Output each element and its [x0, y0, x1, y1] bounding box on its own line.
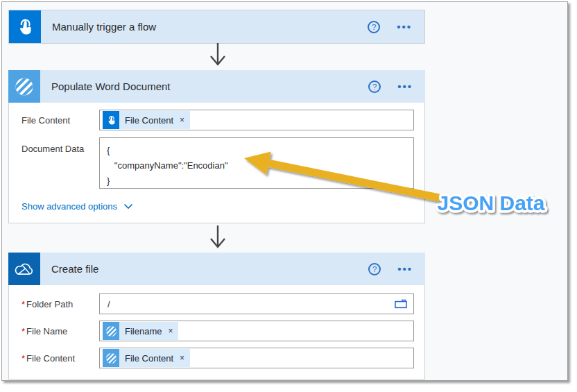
connector-arrow-down-icon	[209, 43, 227, 69]
annotation-label: JSON Data	[437, 191, 544, 214]
file-name-input[interactable]: Filename ×	[99, 321, 414, 341]
create-file-card-title: Create file	[40, 253, 368, 285]
folder-path-input[interactable]: /	[99, 293, 414, 314]
json-line: "companyName":"Encodian"	[107, 158, 406, 173]
file-name-field-row: *File Name	[9, 321, 424, 341]
populate-card-body: File Content File Content ×	[8, 103, 425, 223]
json-line: {	[107, 143, 406, 158]
folder-path-field-row: *Folder Path /	[9, 293, 424, 314]
trigger-card-header[interactable]: Manually trigger a flow ? •••	[8, 10, 425, 44]
token-label: File Content	[125, 115, 173, 126]
card-manually-trigger-flow: Manually trigger a flow ? •••	[8, 10, 425, 44]
json-line: }	[107, 173, 406, 189]
chevron-down-icon	[123, 203, 133, 210]
file-content-token-chip[interactable]: File Content ×	[103, 349, 190, 367]
populate-card-title: Populate Word Document	[40, 70, 368, 103]
token-label: File Content	[125, 353, 173, 364]
file-content-input[interactable]: File Content ×	[99, 348, 414, 368]
folder-picker-icon[interactable]	[394, 298, 408, 309]
manual-trigger-hand-icon	[9, 10, 41, 43]
required-asterisk: *	[21, 326, 25, 336]
trigger-card-title: Manually trigger a flow	[41, 10, 368, 43]
help-icon[interactable]: ?	[368, 21, 380, 33]
onedrive-cloud-icon	[8, 253, 40, 285]
show-advanced-options-label: Show advanced options	[21, 201, 117, 212]
file-name-label: *File Name	[9, 326, 99, 336]
flow-designer-canvas: Manually trigger a flow ? •••	[1, 1, 568, 381]
required-asterisk: *	[21, 353, 25, 364]
folder-path-label: *Folder Path	[9, 299, 99, 309]
manual-trigger-hand-icon	[103, 111, 119, 129]
card-populate-word-document: Populate Word Document ? ••• File Conten…	[8, 70, 425, 223]
help-icon[interactable]: ?	[368, 263, 381, 275]
populate-card-header[interactable]: Populate Word Document ? •••	[8, 70, 425, 103]
create-file-card-header[interactable]: Create file ? •••	[8, 253, 425, 285]
encodian-stripes-icon	[8, 70, 40, 103]
required-asterisk: *	[21, 299, 25, 309]
help-icon[interactable]: ?	[368, 80, 381, 93]
filename-token-chip[interactable]: Filename ×	[103, 322, 178, 340]
file-content-field-row: File Content File Content ×	[9, 110, 424, 130]
card-create-file: Create file ? ••• *Folder Path / *File N…	[8, 253, 425, 380]
token-label: Filename	[125, 326, 162, 336]
ellipsis-menu-icon[interactable]: •••	[397, 24, 412, 31]
file-content-field-row: *File Content	[9, 348, 424, 368]
ellipsis-menu-icon[interactable]: •••	[397, 83, 413, 90]
folder-path-value: /	[101, 299, 394, 309]
file-content-input[interactable]: File Content ×	[99, 110, 414, 130]
file-content-token-chip[interactable]: File Content ×	[103, 111, 190, 129]
show-advanced-options-link[interactable]: Show advanced options	[21, 201, 133, 212]
connector-arrow-down-icon	[209, 225, 227, 252]
encodian-stripes-icon	[103, 322, 119, 340]
token-remove-icon[interactable]: ×	[180, 353, 184, 363]
encodian-stripes-icon	[103, 349, 119, 367]
token-remove-icon[interactable]: ×	[168, 326, 173, 336]
document-data-label: Document Data	[9, 137, 99, 154]
token-remove-icon[interactable]: ×	[180, 115, 184, 125]
create-file-card-body: *Folder Path / *File Name	[8, 285, 425, 380]
document-data-textarea[interactable]: { "companyName":"Encodian" }	[99, 137, 414, 189]
file-content-label: File Content	[9, 115, 99, 126]
document-data-field-row: Document Data { "companyName":"Encodian"…	[9, 137, 424, 189]
file-content-label: *File Content	[9, 353, 99, 364]
ellipsis-menu-icon[interactable]: •••	[397, 266, 413, 273]
